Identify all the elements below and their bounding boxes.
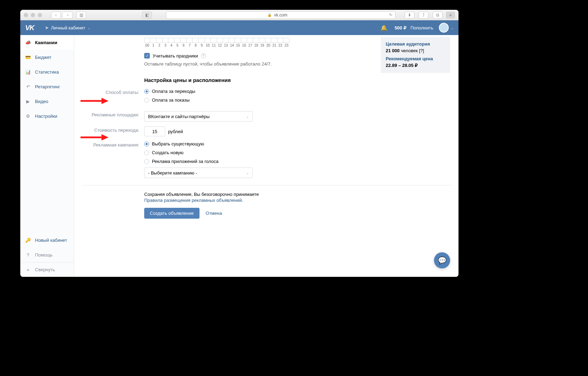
radio-pay-clicks[interactable]: Оплата за переходы — [144, 89, 195, 94]
downloads-button[interactable]: ⬇ — [405, 12, 414, 19]
accept-text: Сохраняя объявление, Вы безоговорочно пр… — [144, 192, 458, 197]
audience-panel: Целевая аудитория 21 000 человек [?] Рек… — [381, 37, 450, 73]
annotation-arrow — [80, 98, 108, 104]
vk-header: VK ➤ Личный кабинет ⌄ 🔔 500 ₽ Пополнить … — [20, 20, 458, 35]
chevron-down-icon: ⌄ — [246, 171, 249, 175]
sidebar-item-retargeting[interactable]: ↶ Ретаргетинг — [20, 79, 74, 94]
sidebar-new-cabinet[interactable]: 🔑 Новый кабинет — [20, 233, 74, 247]
wallet-icon: 💳 — [25, 55, 31, 60]
svg-marker-3 — [102, 134, 108, 141]
sidebar-toggle-button[interactable]: ▥ — [76, 12, 86, 19]
megaphone-icon: 📣 — [25, 40, 31, 45]
privacy-button[interactable]: ◧ — [142, 12, 152, 19]
radio-campaign-existing[interactable]: Выбрать существующую — [144, 141, 253, 146]
cursor-icon: ➤ — [45, 25, 49, 30]
annotation-arrow — [80, 134, 108, 141]
balance-display: 500 ₽ — [394, 25, 406, 30]
radio-campaign-new[interactable]: Создать новую — [144, 150, 253, 155]
back-button[interactable]: ‹ — [51, 12, 61, 19]
cancel-button[interactable]: Отмена — [206, 211, 222, 216]
share-button[interactable]: ⤴ — [419, 12, 428, 19]
radio-campaign-voices[interactable]: Реклама приложений за голоса — [144, 159, 253, 164]
sidebar-item-video[interactable]: ▶ Видео — [20, 94, 74, 109]
help-icon[interactable]: ? — [201, 53, 206, 59]
sidebar: 📣 Кампании 💳 Бюджет 📊 Статистика ↶ Ретар… — [20, 35, 74, 277]
sidebar-help[interactable]: ? Помощь — [20, 247, 74, 262]
main-content: Целевая аудитория 21 000 человек [?] Рек… — [74, 35, 458, 277]
price-value: 22.89 – 28.05 ₽ — [386, 63, 445, 68]
top-up-button[interactable]: Пополнить — [411, 25, 433, 30]
chevron-down-icon[interactable]: ⌄ — [451, 26, 454, 30]
address-bar[interactable]: 🔒 vk.com ↻ — [166, 11, 396, 19]
payment-label: Способ оплаты: — [74, 89, 144, 95]
campaign-label: Рекламная кампания: — [74, 141, 144, 148]
chat-fab[interactable]: 💬 — [434, 252, 450, 268]
gear-icon: ⚙ — [25, 114, 31, 119]
undo-icon: ↶ — [25, 84, 31, 89]
browser-titlebar: ‹ › ▥ ◧ 🔒 vk.com ↻ ⬇ ⤴ ⧉ + — [20, 10, 458, 20]
avatar[interactable] — [439, 23, 449, 33]
radio-icon — [144, 98, 149, 103]
sidebar-item-settings[interactable]: ⚙ Настройки — [20, 109, 74, 123]
cpc-input[interactable] — [144, 127, 165, 136]
cpc-label: Стоимость перехода: — [74, 127, 144, 133]
chevron-down-icon: ⌄ — [88, 26, 90, 30]
audience-value: 21 000 человек [?] — [386, 48, 445, 53]
play-icon: ▶ — [25, 99, 31, 104]
audience-title: Целевая аудитория — [386, 41, 445, 47]
sidebar-collapse[interactable]: « Свернуть — [20, 262, 74, 277]
radio-icon — [144, 142, 149, 146]
checkbox-checked-icon[interactable]: ✓ — [144, 53, 150, 59]
radio-pay-impressions[interactable]: Оплата за показы — [144, 97, 195, 103]
rules-link[interactable]: Правила размещения рекламных объявлений. — [144, 198, 458, 203]
new-tab-button[interactable]: + — [446, 12, 455, 19]
divider — [81, 185, 451, 185]
sidebar-item-stats[interactable]: 📊 Статистика — [20, 64, 74, 79]
campaign-select[interactable]: - Выберите кампанию - ⌄ — [144, 168, 253, 178]
svg-marker-1 — [102, 98, 108, 104]
maximize-icon[interactable] — [38, 13, 42, 17]
help-icon: ? — [25, 252, 31, 258]
close-icon[interactable] — [24, 13, 28, 17]
browser-window: ‹ › ▥ ◧ 🔒 vk.com ↻ ⬇ ⤴ ⧉ + VK ➤ Личный к… — [20, 10, 458, 277]
minimize-icon[interactable] — [31, 13, 35, 17]
bell-icon[interactable]: 🔔 — [380, 25, 387, 31]
chart-icon: 📊 — [25, 69, 31, 75]
lock-icon: 🔒 — [267, 13, 272, 17]
platforms-label: Рекламные площадки: — [74, 111, 144, 117]
tabs-button[interactable]: ⧉ — [433, 12, 442, 19]
radio-icon — [144, 89, 149, 94]
collapse-icon: « — [25, 267, 31, 272]
reload-icon[interactable]: ↻ — [389, 13, 392, 17]
vk-logo[interactable]: VK — [25, 24, 34, 32]
chevron-down-icon: ⌄ — [246, 115, 249, 118]
forward-button[interactable]: › — [63, 12, 73, 19]
price-title: Рекомендуемая цена — [386, 56, 445, 61]
sidebar-item-budget[interactable]: 💳 Бюджет — [20, 50, 74, 64]
radio-icon — [144, 159, 149, 164]
key-icon: 🔑 — [25, 238, 31, 243]
url-text: vk.com — [274, 13, 287, 18]
sidebar-item-campaigns[interactable]: 📣 Кампании — [20, 35, 74, 50]
create-ad-button[interactable]: Создать объявление — [144, 208, 200, 219]
platforms-select[interactable]: ВКонтакте и сайты-партнёры ⌄ — [144, 111, 253, 122]
radio-icon — [144, 150, 149, 155]
section-title: Настройка цены и расположения — [144, 77, 458, 83]
chat-icon: 💬 — [438, 256, 447, 265]
cabinet-dropdown[interactable]: ➤ Личный кабинет ⌄ — [45, 25, 90, 30]
window-controls — [24, 13, 42, 17]
